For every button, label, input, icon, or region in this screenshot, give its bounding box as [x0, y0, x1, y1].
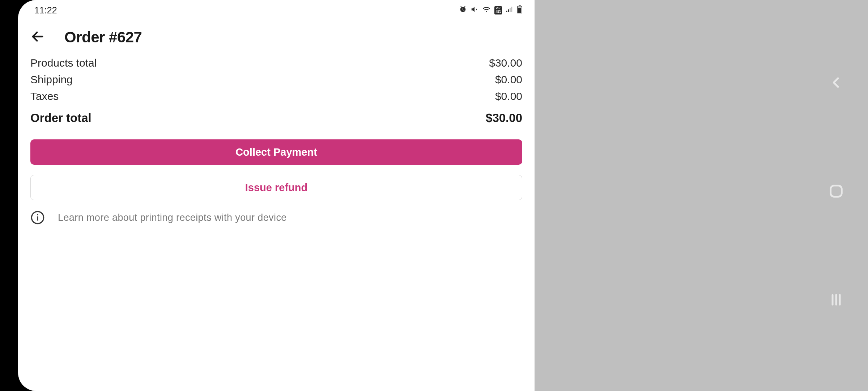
wifi-icon	[482, 5, 491, 16]
order-total-label: Order total	[30, 111, 92, 125]
products-total-value: $30.00	[489, 57, 522, 69]
info-row[interactable]: Learn more about printing receipts with …	[30, 210, 522, 225]
issue-refund-button[interactable]: Issue refund	[30, 175, 522, 200]
shipping-row: Shipping $0.00	[30, 73, 522, 86]
info-icon	[30, 210, 45, 225]
products-total-label: Products total	[30, 57, 97, 69]
svg-rect-2	[518, 8, 521, 13]
signal-icon	[506, 5, 514, 16]
status-bar: 11:22 Voz4G	[18, 0, 535, 18]
nav-home-handle[interactable]	[826, 181, 846, 201]
svg-rect-7	[831, 186, 842, 197]
phone-frame: 11:22 Voz4G	[0, 0, 535, 391]
order-summary: Products total $30.00 Shipping $0.00 Tax…	[18, 57, 535, 225]
network-badge-icon: Voz4G	[494, 6, 502, 14]
products-total-row: Products total $30.00	[30, 57, 522, 69]
nav-recents-handle[interactable]	[826, 290, 846, 310]
taxes-row: Taxes $0.00	[30, 90, 522, 102]
taxes-label: Taxes	[30, 90, 59, 102]
phone-screen: 11:22 Voz4G	[18, 0, 535, 391]
nav-back-handle[interactable]	[826, 72, 846, 93]
order-total-row: Order total $30.00	[30, 111, 522, 125]
viewport: 11:22 Voz4G	[0, 0, 868, 391]
info-text: Learn more about printing receipts with …	[58, 212, 287, 223]
order-total-value: $30.00	[486, 111, 522, 125]
collect-payment-button[interactable]: Collect Payment	[30, 139, 522, 165]
alarm-icon	[459, 5, 467, 16]
status-indicators: Voz4G	[459, 5, 522, 16]
side-nav-panel	[535, 0, 868, 391]
back-button[interactable]	[30, 29, 45, 45]
svg-point-6	[37, 214, 38, 215]
status-time: 11:22	[34, 5, 57, 16]
app-header: Order #627	[18, 18, 535, 57]
shipping-label: Shipping	[30, 73, 73, 86]
battery-icon	[517, 5, 522, 16]
shipping-value: $0.00	[495, 73, 522, 86]
mute-icon	[471, 5, 478, 16]
taxes-value: $0.00	[495, 90, 522, 102]
arrow-left-icon	[30, 29, 45, 45]
page-title: Order #627	[64, 29, 142, 46]
